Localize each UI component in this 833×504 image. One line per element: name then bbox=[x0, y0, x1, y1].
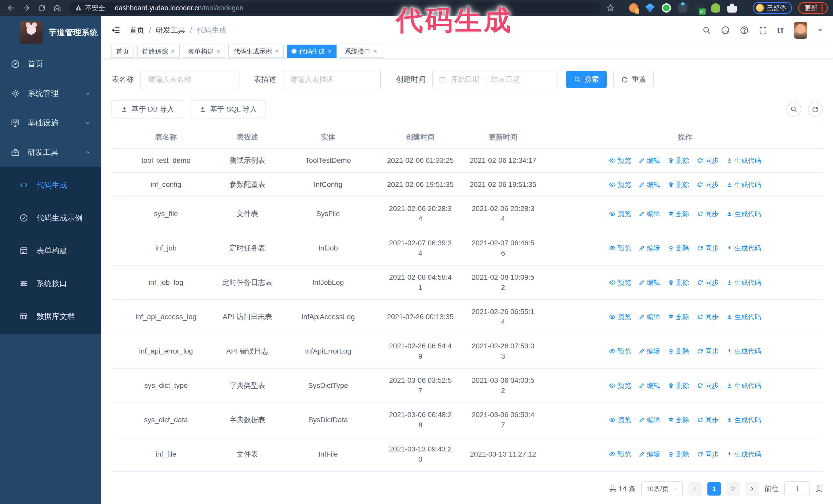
preview-link[interactable]: 预览 bbox=[609, 380, 631, 391]
table-name-input[interactable] bbox=[140, 70, 238, 89]
sidebar-item-codegen[interactable]: 代码生成 bbox=[0, 169, 101, 201]
close-icon[interactable]: × bbox=[328, 48, 331, 54]
sync-link[interactable]: 同步 bbox=[697, 415, 719, 425]
help-icon[interactable] bbox=[740, 26, 749, 35]
delete-link[interactable]: 删除 bbox=[668, 415, 689, 425]
preview-link[interactable]: 预览 bbox=[609, 278, 631, 288]
toggle-search-button[interactable] bbox=[786, 102, 801, 117]
next-page-button[interactable] bbox=[745, 482, 759, 496]
page-size-select[interactable]: 10条/页 bbox=[641, 481, 683, 496]
generate-code-link[interactable]: 生成代码 bbox=[727, 209, 761, 219]
preview-link[interactable]: 预览 bbox=[609, 243, 631, 253]
sync-link[interactable]: 同步 bbox=[697, 155, 719, 166]
sync-link[interactable]: 同步 bbox=[697, 380, 719, 391]
browser-update-button[interactable]: 更新 bbox=[798, 2, 828, 14]
prev-page-button[interactable] bbox=[688, 482, 702, 496]
sidebar-item-form-builder[interactable]: 表单构建 bbox=[0, 234, 101, 267]
edit-link[interactable]: 编辑 bbox=[639, 243, 660, 253]
sidebar-item-devtools[interactable]: 研发工具 bbox=[0, 138, 101, 167]
delete-link[interactable]: 删除 bbox=[668, 155, 689, 166]
extension-orange-icon[interactable] bbox=[629, 3, 638, 13]
close-icon[interactable]: × bbox=[275, 48, 279, 54]
tag-tracing[interactable]: 链路追踪× bbox=[137, 45, 180, 58]
generate-code-link[interactable]: 生成代码 bbox=[727, 179, 761, 190]
address-bar[interactable]: 不安全 dashboard.yudao.iocoder.cn /tool/cod… bbox=[69, 2, 602, 14]
sync-link[interactable]: 同步 bbox=[697, 278, 719, 288]
generate-code-link[interactable]: 生成代码 bbox=[727, 243, 761, 253]
reset-button[interactable]: 重置 bbox=[613, 71, 654, 88]
sidebar-item-db-doc[interactable]: 数据库文档 bbox=[0, 300, 101, 333]
sidebar-item-system[interactable]: 系统管理 bbox=[0, 79, 101, 108]
close-icon[interactable]: × bbox=[374, 48, 377, 54]
sync-link[interactable]: 同步 bbox=[697, 449, 719, 459]
sync-link[interactable]: 同步 bbox=[697, 179, 719, 190]
sync-link[interactable]: 同步 bbox=[697, 209, 719, 219]
sync-link[interactable]: 同步 bbox=[697, 312, 719, 322]
extension-on-badge-icon[interactable] bbox=[695, 3, 704, 13]
sidebar-item-codegen-example[interactable]: 代码生成示例 bbox=[0, 201, 101, 234]
tag-form-builder[interactable]: 表单构建× bbox=[183, 45, 225, 58]
browser-back-button[interactable] bbox=[5, 2, 17, 14]
sidebar-fold-icon[interactable] bbox=[111, 25, 121, 35]
delete-link[interactable]: 删除 bbox=[668, 243, 689, 253]
search-button[interactable]: 搜索 bbox=[566, 71, 607, 88]
generate-code-link[interactable]: 生成代码 bbox=[727, 449, 761, 459]
generate-code-link[interactable]: 生成代码 bbox=[727, 380, 761, 391]
goto-page-input[interactable] bbox=[784, 481, 810, 496]
sync-link[interactable]: 同步 bbox=[697, 243, 719, 253]
preview-link[interactable]: 预览 bbox=[609, 209, 631, 219]
bookmark-star-icon[interactable] bbox=[606, 4, 615, 12]
preview-link[interactable]: 预览 bbox=[609, 155, 631, 166]
tag-codegen[interactable]: 代码生成× bbox=[287, 45, 336, 58]
browser-forward-button[interactable] bbox=[21, 2, 32, 14]
delete-link[interactable]: 删除 bbox=[668, 449, 689, 459]
extension-gem-icon[interactable] bbox=[645, 3, 654, 13]
tag-home[interactable]: 首页 bbox=[111, 45, 134, 58]
edit-link[interactable]: 编辑 bbox=[639, 179, 660, 190]
delete-link[interactable]: 删除 bbox=[668, 380, 689, 391]
sync-link[interactable]: 同步 bbox=[697, 346, 719, 356]
preview-link[interactable]: 预览 bbox=[609, 179, 631, 190]
profile-paused-badge[interactable]: 已暂停 bbox=[753, 2, 792, 14]
delete-link[interactable]: 删除 bbox=[668, 179, 689, 190]
delete-link[interactable]: 删除 bbox=[668, 209, 689, 219]
import-db-button[interactable]: 基于 DB 导入 bbox=[112, 100, 183, 118]
page-button-1[interactable]: 1 bbox=[708, 482, 721, 496]
edit-link[interactable]: 编辑 bbox=[639, 312, 660, 322]
page-button-2[interactable]: 2 bbox=[727, 482, 740, 496]
user-avatar[interactable] bbox=[794, 22, 807, 39]
edit-link[interactable]: 编辑 bbox=[639, 380, 660, 391]
import-sql-button[interactable]: 基于 SQL 导入 bbox=[190, 100, 266, 118]
breadcrumb-devtools[interactable]: 研发工具 bbox=[156, 25, 185, 35]
close-icon[interactable]: × bbox=[171, 48, 174, 54]
sidebar-item-home[interactable]: 首页 bbox=[0, 49, 101, 79]
date-range-picker[interactable]: 开始日期 - 结束日期 bbox=[432, 70, 557, 89]
font-size-icon[interactable]: tT bbox=[777, 26, 784, 34]
edit-link[interactable]: 编辑 bbox=[639, 346, 660, 356]
app-logo[interactable]: 芋道管理系统 bbox=[0, 16, 101, 49]
preview-link[interactable]: 预览 bbox=[609, 312, 631, 322]
generate-code-link[interactable]: 生成代码 bbox=[727, 155, 761, 166]
browser-home-button[interactable] bbox=[51, 2, 63, 14]
generate-code-link[interactable]: 生成代码 bbox=[727, 278, 761, 288]
extensions-puzzle-icon[interactable] bbox=[728, 3, 737, 13]
browser-reload-button[interactable] bbox=[36, 2, 48, 14]
tag-system-api[interactable]: 系统接口× bbox=[340, 45, 382, 58]
browser-menu-icon[interactable] bbox=[822, 4, 823, 11]
generate-code-link[interactable]: 生成代码 bbox=[727, 312, 761, 322]
breadcrumb-home[interactable]: 首页 bbox=[129, 25, 144, 35]
close-icon[interactable]: × bbox=[217, 48, 220, 54]
preview-link[interactable]: 预览 bbox=[609, 346, 631, 356]
github-icon[interactable] bbox=[721, 26, 730, 35]
edit-link[interactable]: 编辑 bbox=[639, 278, 660, 288]
refresh-table-button[interactable] bbox=[808, 102, 823, 117]
delete-link[interactable]: 删除 bbox=[668, 278, 689, 288]
edit-link[interactable]: 编辑 bbox=[639, 415, 660, 425]
caret-down-icon[interactable] bbox=[817, 27, 823, 33]
edit-link[interactable]: 编辑 bbox=[639, 155, 660, 166]
delete-link[interactable]: 删除 bbox=[668, 312, 689, 322]
fullscreen-icon[interactable] bbox=[759, 26, 767, 34]
sidebar-item-system-api[interactable]: 系统接口 bbox=[0, 267, 101, 300]
preview-link[interactable]: 预览 bbox=[609, 415, 631, 425]
edit-link[interactable]: 编辑 bbox=[639, 209, 660, 219]
